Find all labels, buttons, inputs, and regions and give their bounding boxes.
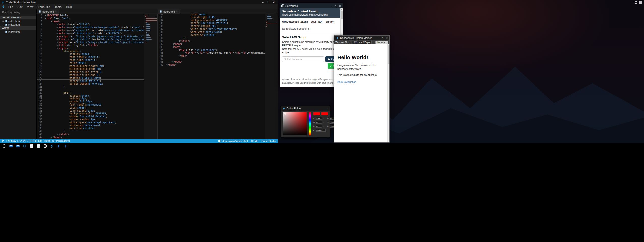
code-line[interactable]: 28 display:block;	[37, 94, 144, 97]
close-icon[interactable]: ✕	[2, 20, 4, 22]
status-file-path[interactable]: store:/www/index.html	[218, 140, 248, 143]
blue-input[interactable]: 0	[316, 125, 322, 128]
app-files-icon[interactable]	[29, 144, 34, 148]
code-line[interactable]: 25 }	[37, 85, 144, 88]
saturation-picker[interactable]	[283, 112, 307, 135]
code-line[interactable]: 18 margin-block-start:1em;	[37, 65, 144, 68]
minimize-icon[interactable]: –	[327, 107, 328, 110]
app-window-1-icon[interactable]	[9, 144, 13, 148]
code-line[interactable]: 38 word-wrap:break-word;	[37, 124, 144, 127]
app-window-2-icon[interactable]	[16, 144, 20, 148]
maximize-icon[interactable]: ❐	[267, 1, 269, 4]
code-line[interactable]: 23 border:solid #b1b1b1;	[37, 80, 144, 83]
minimize-icon[interactable]: –	[378, 37, 379, 39]
menu-help[interactable]: Help	[64, 5, 74, 8]
code-line[interactable]: 19 margin-block-end:1em;	[37, 67, 144, 71]
maximize-icon[interactable]: □	[382, 37, 383, 39]
code-line[interactable]: 1<!DOCTYPE html>	[37, 14, 144, 17]
code-line[interactable]: 37 white-space:pre-wrap!important;	[37, 121, 144, 124]
code-line[interactable]: 49</html>	[158, 63, 265, 66]
menu-icon[interactable]	[639, 1, 642, 4]
code-studio-1-icon[interactable]	[50, 144, 54, 148]
scrollbar-thumb[interactable]	[341, 11, 343, 19]
menu-view[interactable]: View	[25, 5, 36, 8]
code-line[interactable]: 10 <script src="https://cdnjs.cloudflare…	[37, 41, 144, 44]
code-line[interactable]: 47	[158, 57, 265, 60]
stepper-icon[interactable]: ▲▼	[323, 121, 324, 123]
back-to-aprintlab-link[interactable]: Back to Aprintlab	[337, 81, 356, 83]
close-icon[interactable]: ✕	[2, 24, 4, 26]
code-line[interactable]: 15 font-family:inherit;	[37, 56, 144, 59]
code-line[interactable]: 44 <div class="ui container">	[158, 49, 265, 52]
code-line[interactable]: 40 }	[37, 130, 144, 133]
code-line[interactable]: 35 border:1px solid #e1e1e1;	[37, 115, 144, 118]
sidebar-section-open-editors[interactable]: OPEN EDITORS	[0, 16, 36, 19]
code-line[interactable]: 41 </style>	[158, 40, 265, 43]
editor-pane-right[interactable]: 32 color:#666;33 line-height:1.45;34 bac…	[158, 14, 278, 139]
app-launcher-button[interactable]	[2, 144, 5, 148]
code-line[interactable]: 29 padding:8px;	[37, 97, 144, 100]
window-size-value[interactable]: 361px x 627px	[352, 41, 372, 44]
minimap[interactable]	[144, 14, 157, 139]
code-line[interactable]: 26	[37, 88, 144, 91]
green-input[interactable]: 0	[316, 121, 322, 124]
code-line[interactable]: 34 background-color:#f9f9f9;	[37, 112, 144, 115]
code-line[interactable]: 33 line-height:1.45;	[158, 16, 265, 19]
code-line[interactable]: 34 background-color:#f9f9f9;	[158, 19, 265, 22]
code-line[interactable]: 12 <style>	[37, 47, 144, 50]
code-line[interactable]: 4 <meta charset="UTF-8">	[37, 23, 144, 26]
code-line[interactable]: 43 <body>	[158, 46, 265, 49]
code-line[interactable]: 32 color:#666;	[37, 106, 144, 109]
close-icon[interactable]: ✕	[386, 37, 388, 39]
editor-pane-left[interactable]: 1<!DOCTYPE html>2<html lang="en">3 <head…	[37, 14, 158, 139]
code-line[interactable]: 35 border:1px solid #e1e1e1;	[158, 22, 265, 25]
code-line[interactable]: 14 display:block;	[37, 53, 144, 56]
hue-slider[interactable]	[309, 112, 311, 135]
app-browser-icon[interactable]	[23, 144, 27, 148]
code-studio-2-icon[interactable]	[57, 144, 61, 148]
code-line[interactable]: 2<html lang="en">	[37, 17, 144, 20]
select-location-input[interactable]	[282, 56, 324, 62]
menu-font-size[interactable]: Font Size	[36, 5, 52, 8]
code-line[interactable]: 39 overflow:visible	[37, 127, 144, 130]
code-line[interactable]: 46 </div>	[158, 54, 265, 57]
code-line[interactable]: 13 blockquote {	[37, 50, 144, 53]
code-line[interactable]: 41 </style>	[37, 133, 144, 136]
menu-tools[interactable]: Tools	[52, 5, 64, 8]
tab-close-icon[interactable]: ✕	[55, 10, 57, 13]
sidebar-section-www[interactable]: WWW	[0, 26, 36, 30]
code-line[interactable]: 31 font-family:monospace;	[37, 103, 144, 106]
code-line[interactable]: 39 overflow:visible	[158, 34, 265, 37]
code-line[interactable]: 9 <link rel="stylesheet" href="https://c…	[37, 38, 144, 41]
stepper-icon[interactable]: ▲▼	[323, 125, 324, 127]
red-input[interactable]: 255	[316, 117, 322, 120]
scrollbar-thumb[interactable]	[388, 45, 389, 64]
tab-close-icon[interactable]: ✕	[176, 10, 178, 13]
code-line[interactable]: 17 color:#999;	[37, 62, 144, 65]
maximize-icon[interactable]: □	[335, 5, 336, 7]
color-cursor[interactable]	[284, 113, 286, 115]
minimize-icon[interactable]: –	[262, 1, 264, 4]
code-line[interactable]: 6 <meta name="viewport" content="user-sc…	[37, 29, 144, 32]
code-line[interactable]: 7 <meta name="theme-color" content="#ff9…	[37, 32, 144, 35]
code-line[interactable]: 21 margin-inline-end:0;	[37, 74, 144, 77]
code-line[interactable]: 45 <h1><br></h1><h1>Hello World!<br></h1…	[158, 51, 265, 54]
code-line[interactable]: 11 <title>Testing Site</title>	[37, 44, 144, 47]
code-line[interactable]: 48 </body>	[158, 60, 265, 63]
stepper-icon[interactable]: ▲▼	[323, 117, 324, 119]
code-line[interactable]: 32 color:#666;	[158, 14, 265, 16]
code-line[interactable]: 42 </head>	[158, 43, 265, 46]
code-line[interactable]: 38 word-wrap:break-word;	[158, 31, 265, 34]
sidebar-item-index.html[interactable]: ✕index.html	[0, 19, 36, 23]
sidebar-item-index.html[interactable]: ✕index.html	[0, 23, 36, 26]
code-line[interactable]: 37 white-space:pre-wrap!important;	[158, 28, 265, 31]
code-line[interactable]: 36 border-radius:2px;	[37, 118, 144, 121]
code-line[interactable]: 42 </head>	[37, 136, 144, 139]
code-line[interactable]: 16 font-size:inherit;	[37, 59, 144, 62]
code-line[interactable]: 22 padding:0 5px 0 20px;	[37, 77, 144, 80]
scroll-up-icon[interactable]: ▲	[341, 8, 342, 11]
status-app[interactable]: Code Studio	[261, 140, 276, 143]
code-studio-3-icon[interactable]	[64, 144, 68, 148]
close-icon[interactable]: ✕	[339, 5, 341, 7]
code-line[interactable]: 5 <meta name="apple-mobile-web-app-capab…	[37, 26, 144, 29]
